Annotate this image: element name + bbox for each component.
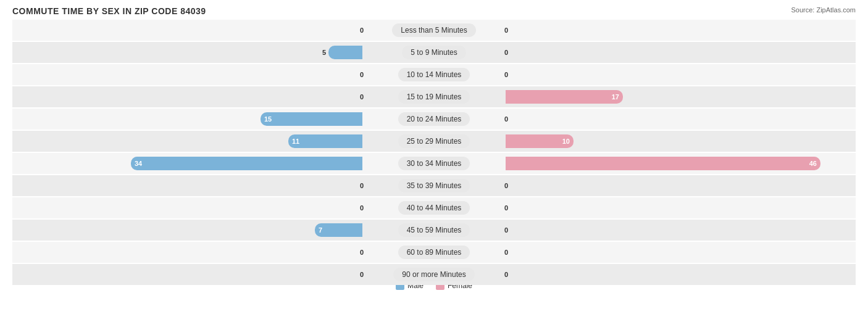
left-bars: 0 <box>12 197 366 218</box>
left-bars: 0 <box>12 64 366 85</box>
row-label: 25 to 29 Minutes <box>398 134 470 148</box>
row-label: 40 to 44 Minutes <box>398 201 470 215</box>
chart-row: 040 to 44 Minutes0 <box>12 197 856 218</box>
male-bar: 11 <box>288 134 362 148</box>
source-text: Source: ZipAtlas.com <box>791 6 856 14</box>
male-zero: 0 <box>360 27 364 34</box>
right-bars: 0 <box>502 109 856 130</box>
female-zero: 0 <box>504 249 508 256</box>
row-label-container: 45 to 59 Minutes <box>366 223 502 237</box>
female-value: 46 <box>809 160 817 167</box>
chart-container: COMMUTE TIME BY SEX IN ZIP CODE 84039 So… <box>0 0 868 322</box>
row-label-container: Less than 5 Minutes <box>366 23 502 37</box>
row-label: Less than 5 Minutes <box>392 23 475 37</box>
chart-row: 0Less than 5 Minutes0 <box>12 20 856 41</box>
left-bars: 0 <box>12 20 366 41</box>
left-bars: 5 <box>12 42 366 63</box>
row-label: 15 to 19 Minutes <box>398 90 470 104</box>
left-bars: 0 <box>12 242 366 263</box>
chart-row: 3430 to 34 Minutes46 <box>12 153 856 174</box>
female-zero: 0 <box>504 115 508 123</box>
female-zero: 0 <box>504 226 508 234</box>
male-value: 11 <box>292 138 299 145</box>
female-value: 10 <box>562 138 570 145</box>
right-bars: 0 <box>502 42 856 63</box>
chart-area: 0Less than 5 Minutes055 to 9 Minutes0010… <box>12 20 856 274</box>
male-bar: 15 <box>261 112 362 126</box>
right-bars: 10 <box>502 131 856 152</box>
chart-row: 015 to 19 Minutes17 <box>12 86 856 107</box>
right-bars: 46 <box>502 153 856 174</box>
row-label-container: 20 to 24 Minutes <box>366 112 502 126</box>
female-bar: 46 <box>506 157 820 170</box>
male-zero: 0 <box>360 93 364 101</box>
row-label-container: 35 to 39 Minutes <box>366 179 502 192</box>
male-value: 15 <box>264 115 272 123</box>
row-label-container: 15 to 19 Minutes <box>366 90 502 104</box>
female-bar: 10 <box>506 134 574 148</box>
row-label-container: 60 to 89 Minutes <box>366 246 502 259</box>
row-label: 20 to 24 Minutes <box>398 112 470 126</box>
female-zero: 0 <box>504 71 508 78</box>
row-label-container: 10 to 14 Minutes <box>366 68 502 81</box>
right-bars: 0 <box>502 20 856 41</box>
right-bars: 0 <box>502 64 856 85</box>
chart-row: 55 to 9 Minutes0 <box>12 42 856 63</box>
chart-title: COMMUTE TIME BY SEX IN ZIP CODE 84039 <box>12 6 856 16</box>
chart-row: 090 or more Minutes0 <box>12 264 856 285</box>
chart-row: 010 to 14 Minutes0 <box>12 64 856 85</box>
female-zero: 0 <box>504 49 508 56</box>
male-zero: 0 <box>360 271 364 278</box>
female-zero: 0 <box>504 271 508 278</box>
row-label: 30 to 34 Minutes <box>398 157 470 170</box>
male-value-outside: 5 <box>322 49 326 56</box>
left-bars: 0 <box>12 175 366 196</box>
right-bars: 0 <box>502 242 856 263</box>
left-bars: 0 <box>12 264 366 285</box>
male-value: 34 <box>135 160 142 167</box>
female-zero: 0 <box>504 27 508 34</box>
male-zero: 0 <box>360 204 364 212</box>
right-bars: 0 <box>502 175 856 196</box>
male-zero: 0 <box>360 182 364 189</box>
right-bars: 17 <box>502 86 856 107</box>
row-label-container: 40 to 44 Minutes <box>366 201 502 215</box>
row-label: 35 to 39 Minutes <box>398 179 470 192</box>
chart-row: 060 to 89 Minutes0 <box>12 242 856 263</box>
right-bars: 0 <box>502 264 856 285</box>
male-bar <box>328 46 362 59</box>
row-label-container: 90 or more Minutes <box>366 268 502 281</box>
row-label-container: 5 to 9 Minutes <box>366 46 502 59</box>
male-zero: 0 <box>360 249 364 256</box>
right-bars: 0 <box>502 197 856 218</box>
male-bar: 7 <box>315 223 362 237</box>
row-label: 5 to 9 Minutes <box>402 46 465 59</box>
female-zero: 0 <box>504 204 508 212</box>
female-value: 17 <box>612 93 619 101</box>
female-bar: 17 <box>506 90 623 104</box>
female-zero: 0 <box>504 182 508 189</box>
row-label-container: 30 to 34 Minutes <box>366 157 502 170</box>
male-bar: 34 <box>131 157 362 170</box>
row-label-container: 25 to 29 Minutes <box>366 134 502 148</box>
row-label: 60 to 89 Minutes <box>398 246 470 259</box>
row-label: 10 to 14 Minutes <box>398 68 470 81</box>
chart-row: 035 to 39 Minutes0 <box>12 175 856 196</box>
right-bars: 0 <box>502 220 856 241</box>
chart-row: 1125 to 29 Minutes10 <box>12 131 856 152</box>
left-bars: 7 <box>12 220 366 241</box>
left-bars: 15 <box>12 109 366 130</box>
male-zero: 0 <box>360 71 364 78</box>
chart-row: 1520 to 24 Minutes0 <box>12 109 856 130</box>
row-label: 90 or more Minutes <box>393 268 474 281</box>
male-value: 7 <box>319 226 322 234</box>
left-bars: 0 <box>12 86 366 107</box>
left-bars: 11 <box>12 131 366 152</box>
left-bars: 34 <box>12 153 366 174</box>
chart-row: 745 to 59 Minutes0 <box>12 220 856 241</box>
row-label: 45 to 59 Minutes <box>398 223 470 237</box>
